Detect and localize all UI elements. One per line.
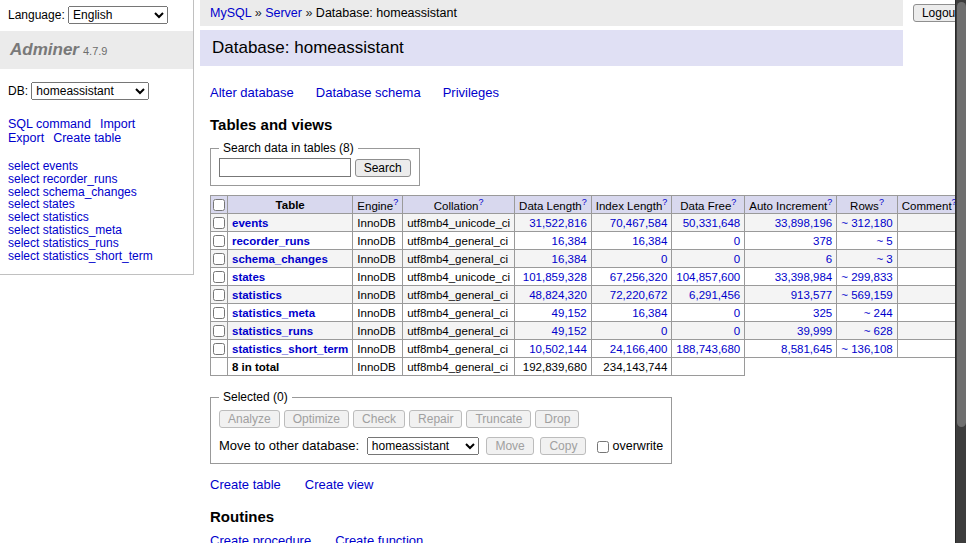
data-length-cell[interactable]: 16,384 — [515, 250, 592, 268]
data-length-cell[interactable]: 10,502,144 — [515, 340, 592, 358]
data-free-cell[interactable]: 188,743,680 — [672, 340, 745, 358]
app-version: 4.7.9 — [83, 45, 107, 57]
data-length-cell[interactable]: 49,152 — [515, 304, 592, 322]
language-select[interactable]: English — [68, 6, 168, 24]
link-database-schema[interactable]: Database schema — [316, 85, 421, 100]
index-length-cell[interactable]: 24,166,400 — [591, 340, 672, 358]
db-select[interactable]: homeassistant — [31, 82, 149, 100]
auto-increment-cell[interactable]: 33,898,196 — [745, 214, 837, 232]
help-icon[interactable]: ? — [393, 197, 398, 207]
sidebar-link-sql-command[interactable]: SQL command — [8, 117, 91, 131]
table-name-link-states[interactable]: states — [232, 271, 265, 283]
auto-increment-cell[interactable]: 6 — [745, 250, 837, 268]
data-free-cell[interactable]: 0 — [672, 304, 745, 322]
link-create-procedure[interactable]: Create procedure — [210, 533, 311, 543]
row-checkbox[interactable] — [213, 343, 225, 355]
data-length-cell[interactable]: 16,384 — [515, 232, 592, 250]
rows-cell[interactable]: ~ 244 — [837, 304, 897, 322]
table-name-link-statistics-runs[interactable]: statistics_runs — [232, 325, 313, 337]
sidebar-link-create-table[interactable]: Create table — [53, 131, 121, 145]
breadcrumb-link-mysql[interactable]: MySQL — [210, 6, 251, 20]
auto-increment-cell[interactable]: 378 — [745, 232, 837, 250]
help-icon[interactable]: ? — [478, 197, 483, 207]
data-free-cell[interactable]: 0 — [672, 322, 745, 340]
sidebar-link-export[interactable]: Export — [8, 131, 44, 145]
index-length-cell[interactable]: 67,256,320 — [591, 268, 672, 286]
data-free-cell[interactable]: 50,331,648 — [672, 214, 745, 232]
help-icon[interactable]: ? — [879, 197, 884, 207]
index-length-cell[interactable]: 0 — [591, 250, 672, 268]
row-checkbox[interactable] — [213, 289, 225, 301]
table-name-link-statistics-meta[interactable]: statistics_meta — [232, 307, 315, 319]
auto-increment-cell[interactable]: 39,999 — [745, 322, 837, 340]
rows-cell[interactable]: ~ 5 — [837, 232, 897, 250]
auto-increment-cell[interactable]: 325 — [745, 304, 837, 322]
move-db-select[interactable]: homeassistant — [367, 437, 479, 455]
index-length-cell[interactable]: 16,384 — [591, 232, 672, 250]
link-alter-database[interactable]: Alter database — [210, 85, 294, 100]
scrollbar-thumb[interactable] — [957, 2, 966, 427]
data-length-cell[interactable]: 49,152 — [515, 322, 592, 340]
help-icon[interactable]: ? — [582, 197, 587, 207]
link-create-table[interactable]: Create table — [210, 477, 281, 492]
repair-button[interactable]: Repair — [409, 410, 462, 428]
search-input[interactable] — [219, 158, 351, 177]
overwrite-checkbox[interactable] — [597, 441, 609, 453]
auto-increment-cell[interactable]: 913,577 — [745, 286, 837, 304]
help-icon[interactable]: ? — [662, 197, 667, 207]
truncate-button[interactable]: Truncate — [466, 410, 531, 428]
index-length-cell[interactable]: 72,220,672 — [591, 286, 672, 304]
data-length-cell[interactable]: 48,824,320 — [515, 286, 592, 304]
sidebar-link-import[interactable]: Import — [100, 117, 135, 131]
analyze-button[interactable]: Analyze — [219, 410, 280, 428]
rows-cell[interactable]: ~ 3 — [837, 250, 897, 268]
table-name-link-schema-changes[interactable]: schema_changes — [232, 253, 328, 265]
sidebar-select-statistics-runs[interactable]: select statistics_runs — [8, 237, 185, 250]
rows-cell[interactable]: ~ 628 — [837, 322, 897, 340]
row-checkbox[interactable] — [213, 253, 225, 265]
data-length-cell[interactable]: 101,859,328 — [515, 268, 592, 286]
row-checkbox[interactable] — [213, 235, 225, 247]
table-name-link-events[interactable]: events — [232, 217, 268, 229]
row-checkbox[interactable] — [213, 271, 225, 283]
data-length-cell[interactable]: 31,522,816 — [515, 214, 592, 232]
link-privileges[interactable]: Privileges — [443, 85, 499, 100]
data-free-cell[interactable]: 0 — [672, 232, 745, 250]
select-all-checkbox[interactable] — [213, 199, 225, 211]
scrollbar[interactable] — [955, 0, 966, 543]
move-button[interactable]: Move — [486, 437, 533, 455]
rows-cell[interactable]: ~ 569,159 — [837, 286, 897, 304]
sidebar-select-events[interactable]: select events — [8, 160, 185, 173]
rows-cell[interactable]: ~ 136,108 — [837, 340, 897, 358]
row-checkbox[interactable] — [213, 217, 225, 229]
help-icon[interactable]: ? — [731, 197, 736, 207]
index-length-cell[interactable]: 70,467,584 — [591, 214, 672, 232]
index-length-cell[interactable]: 16,384 — [591, 304, 672, 322]
table-name-link-statistics-short-term[interactable]: statistics_short_term — [232, 343, 348, 355]
sidebar-select-recorder-runs[interactable]: select recorder_runs — [8, 173, 185, 186]
check-button[interactable]: Check — [353, 410, 405, 428]
copy-button[interactable]: Copy — [540, 437, 586, 455]
help-icon[interactable]: ? — [827, 197, 832, 207]
index-length-cell[interactable]: 0 — [591, 322, 672, 340]
sidebar-select-statistics-meta[interactable]: select statistics_meta — [8, 224, 185, 237]
row-checkbox[interactable] — [213, 325, 225, 337]
table-name-link-statistics[interactable]: statistics — [232, 289, 282, 301]
data-free-cell[interactable]: 6,291,456 — [672, 286, 745, 304]
data-free-cell[interactable]: 0 — [672, 250, 745, 268]
search-button[interactable]: Search — [355, 159, 411, 177]
link-create-function[interactable]: Create function — [335, 533, 423, 543]
column-header-engine: Engine? — [353, 196, 403, 214]
table-name-link-recorder-runs[interactable]: recorder_runs — [232, 235, 310, 247]
auto-increment-cell[interactable]: 33,398,984 — [745, 268, 837, 286]
data-free-cell[interactable]: 104,857,600 — [672, 268, 745, 286]
rows-cell[interactable]: ~ 312,180 — [837, 214, 897, 232]
drop-button[interactable]: Drop — [535, 410, 579, 428]
link-create-view[interactable]: Create view — [305, 477, 374, 492]
auto-increment-cell[interactable]: 8,581,645 — [745, 340, 837, 358]
optimize-button[interactable]: Optimize — [284, 410, 349, 428]
sidebar-select-statistics-short-term[interactable]: select statistics_short_term — [8, 250, 185, 263]
rows-cell[interactable]: ~ 299,833 — [837, 268, 897, 286]
row-checkbox[interactable] — [213, 307, 225, 319]
breadcrumb-link-server[interactable]: Server — [265, 6, 302, 20]
